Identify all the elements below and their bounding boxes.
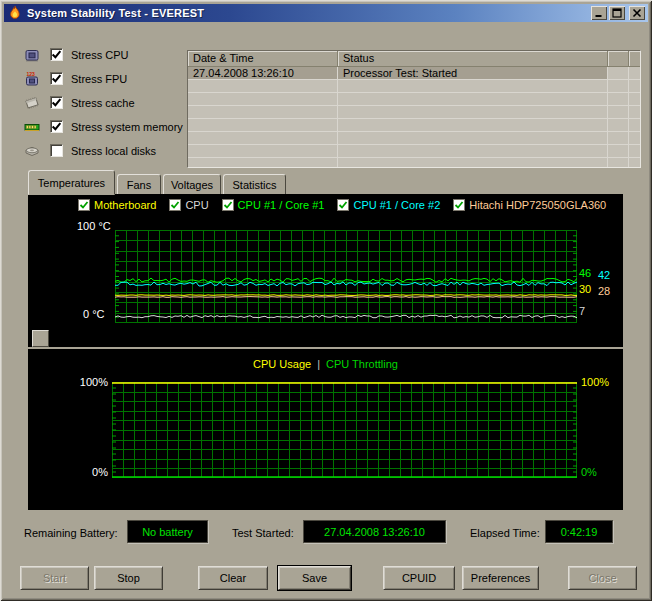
legend-label: Motherboard <box>94 199 156 211</box>
usage-left-min-label: 0% <box>56 466 108 478</box>
minimize-button[interactable] <box>591 6 607 20</box>
save-button[interactable]: Save <box>278 566 351 590</box>
table-row-empty <box>188 132 640 145</box>
stop-button[interactable]: Stop <box>94 566 163 590</box>
column-header-empty <box>608 51 629 67</box>
stress-disks-checkbox[interactable] <box>50 144 63 157</box>
stress-option-disks: Stress local disks <box>24 142 156 159</box>
legend-label: CPU #1 / Core #1 <box>238 199 325 211</box>
stress-option-cpu: Stress CPU <box>24 46 128 63</box>
memory-icon <box>24 119 40 135</box>
legend-item-motherboard[interactable]: Motherboard <box>78 199 156 211</box>
usage-left-max-label: 100% <box>56 376 108 388</box>
cpu-temp-value: 7 <box>579 305 599 317</box>
tab-voltages[interactable]: Voltages <box>163 174 221 195</box>
disk-icon <box>24 143 40 159</box>
cache-chip-icon <box>24 95 40 111</box>
title-separator: | <box>317 358 320 370</box>
column-header-status[interactable]: Status <box>338 51 608 67</box>
usage-right-max-label: 100% <box>581 376 609 388</box>
core1-temp-value: 46 <box>579 267 599 279</box>
motherboard-temp-value: 30 <box>579 283 599 295</box>
table-row-empty <box>188 93 640 106</box>
remaining-battery-label: Remaining Battery: <box>24 527 118 539</box>
legend-checkbox[interactable] <box>337 199 349 211</box>
test-started-label: Test Started: <box>232 527 294 539</box>
temperature-legend: Motherboard CPU CPU #1 / Core #1 CPU #1 … <box>78 199 606 211</box>
column-header-datetime[interactable]: Date & Time <box>188 51 338 67</box>
clear-button[interactable]: Clear <box>198 566 268 590</box>
elapsed-time-label: Elapsed Time: <box>470 527 540 539</box>
stress-memory-label: Stress system memory <box>71 121 183 133</box>
legend-checkbox[interactable] <box>222 199 234 211</box>
start-button[interactable]: Start <box>20 566 89 590</box>
app-flame-icon <box>7 5 23 21</box>
table-row-empty <box>188 119 640 132</box>
cpu-throttling-title: CPU Throttling <box>326 358 398 370</box>
cpu-usage-graph <box>112 382 577 478</box>
close-dialog-button[interactable]: Close <box>568 566 637 590</box>
test-log-header: Date & Time Status <box>188 51 640 67</box>
legend-label: CPU <box>185 199 208 211</box>
remaining-battery-value: No battery <box>127 520 208 543</box>
stress-fpu-label: Stress FPU <box>71 73 127 85</box>
tab-statistics[interactable]: Statistics <box>223 174 286 195</box>
stress-memory-checkbox[interactable] <box>50 120 63 133</box>
table-row-empty <box>188 106 640 119</box>
window-title: System Stability Test - EVEREST <box>27 7 204 19</box>
temp-axis-min-label: 0 °C <box>83 308 105 320</box>
cpu-icon <box>24 47 40 63</box>
usage-graph-title: CPU Usage|CPU Throttling <box>28 358 623 370</box>
fpu-icon: 123 <box>24 71 40 87</box>
stress-fpu-checkbox[interactable] <box>50 72 63 85</box>
legend-checkbox[interactable] <box>78 199 90 211</box>
temp-axis-max-label: 100 °C <box>77 220 111 232</box>
table-row[interactable]: 27.04.2008 13:26:10 Processor Test: Star… <box>188 67 640 80</box>
legend-item-cpu[interactable]: CPU <box>169 199 208 211</box>
legend-item-core2[interactable]: CPU #1 / Core #2 <box>337 199 440 211</box>
legend-item-hdd[interactable]: Hitachi HDP725050GLA360 <box>453 199 606 211</box>
tab-temperatures[interactable]: Temperatures <box>28 170 115 195</box>
log-cell-status: Processor Test: Started <box>338 67 608 79</box>
legend-label: CPU #1 / Core #2 <box>353 199 440 211</box>
log-cell-datetime: 27.04.2008 13:26:10 <box>188 67 338 79</box>
temperature-graph <box>115 230 577 323</box>
table-row-empty <box>188 145 640 158</box>
legend-checkbox[interactable] <box>169 199 181 211</box>
preferences-button[interactable]: Preferences <box>462 566 539 590</box>
stress-cache-label: Stress cache <box>71 97 135 109</box>
maximize-button[interactable] <box>609 6 625 20</box>
stress-option-fpu: 123 Stress FPU <box>24 70 127 87</box>
test-log-list[interactable]: Date & Time Status 27.04.2008 13:26:10 P… <box>187 50 641 168</box>
table-row-empty <box>188 80 640 93</box>
titlebar[interactable]: System Stability Test - EVEREST <box>4 4 648 22</box>
stress-disks-label: Stress local disks <box>71 145 156 157</box>
stress-cpu-label: Stress CPU <box>71 49 128 61</box>
tab-fans[interactable]: Fans <box>117 174 161 195</box>
stress-cache-checkbox[interactable] <box>50 96 63 109</box>
svg-text:123: 123 <box>27 71 36 77</box>
stress-option-cache: Stress cache <box>24 94 135 111</box>
test-started-value: 27.04.2008 13:26:10 <box>303 520 446 543</box>
stability-test-window: System Stability Test - EVEREST Stress C… <box>0 0 652 601</box>
stress-option-memory: Stress system memory <box>24 118 183 135</box>
usage-right-min-label: 0% <box>581 466 597 478</box>
hdd-temp-value: 28 <box>598 285 618 297</box>
close-button[interactable] <box>629 6 645 20</box>
stress-cpu-checkbox[interactable] <box>50 48 63 61</box>
legend-label: Hitachi HDP725050GLA360 <box>469 199 606 211</box>
temperatures-tab-page: Motherboard CPU CPU #1 / Core #1 CPU #1 … <box>28 194 623 510</box>
legend-item-core1[interactable]: CPU #1 / Core #1 <box>222 199 325 211</box>
core2-temp-value: 42 <box>598 269 618 281</box>
cpu-usage-title: CPU Usage <box>253 358 311 370</box>
legend-checkbox[interactable] <box>453 199 465 211</box>
elapsed-time-value: 0:42:19 <box>545 520 613 543</box>
column-header-empty-2 <box>629 51 640 67</box>
table-row-empty <box>188 158 640 168</box>
cpuid-button[interactable]: CPUID <box>383 566 455 590</box>
splitter-handle[interactable] <box>32 330 49 347</box>
graph-splitter[interactable] <box>28 347 623 349</box>
